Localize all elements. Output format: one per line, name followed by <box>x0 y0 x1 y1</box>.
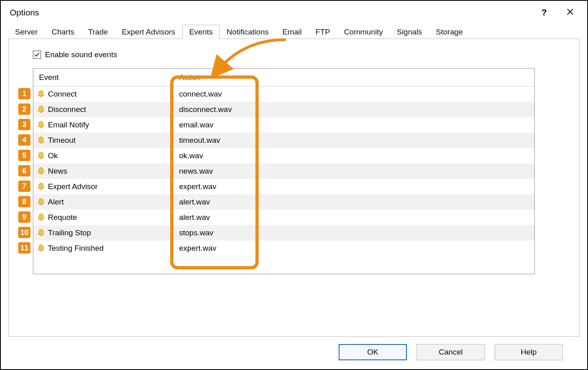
tab-expert-advisors[interactable]: Expert Advisors <box>115 25 182 39</box>
bell-icon <box>37 198 45 206</box>
row-number-badge: 9 <box>18 211 30 223</box>
event-cell: Trailing Stop <box>33 228 173 237</box>
action-cell: news.wav <box>173 167 534 176</box>
help-button-bottom[interactable]: Help <box>495 344 563 360</box>
enable-sound-checkbox[interactable] <box>33 51 41 59</box>
tab-charts[interactable]: Charts <box>45 25 81 39</box>
tab-trade[interactable]: Trade <box>81 25 115 39</box>
bell-icon <box>37 152 45 160</box>
bell-icon <box>37 136 45 144</box>
tab-ftp[interactable]: FTP <box>309 25 337 39</box>
bell-icon <box>37 244 45 252</box>
event-name: Requote <box>48 213 77 222</box>
action-cell: alert.wav <box>173 198 534 207</box>
close-icon <box>566 8 574 17</box>
bell-icon <box>37 121 45 129</box>
event-cell: Expert Advisor <box>33 182 173 191</box>
action-cell: stops.wav <box>173 228 534 237</box>
row-number-badge: 4 <box>18 134 30 146</box>
row-number-badge: 7 <box>18 181 30 192</box>
tab-signals[interactable]: Signals <box>390 25 429 39</box>
bell-icon <box>37 183 45 191</box>
event-name: Trailing Stop <box>48 228 91 237</box>
action-cell: expert.wav <box>173 244 534 253</box>
event-row[interactable]: Timeouttimeout.wav <box>33 133 534 148</box>
dialog-button-row: OK Cancel Help <box>1 337 587 369</box>
event-name: Expert Advisor <box>48 182 98 191</box>
action-cell: expert.wav <box>173 182 534 191</box>
grid-empty-space <box>33 256 534 274</box>
event-row[interactable]: Trailing Stopstops.wav <box>33 225 534 241</box>
tab-email[interactable]: Email <box>275 25 309 39</box>
event-row[interactable]: Okok.wav <box>33 148 534 163</box>
tab-server[interactable]: Server <box>8 25 45 39</box>
enable-sound-label: Enable sound events <box>45 50 117 59</box>
tab-events[interactable]: Events <box>182 25 220 39</box>
event-row[interactable]: Alertalert.wav <box>33 194 534 210</box>
event-row[interactable]: Email Notifyemail.wav <box>33 117 534 133</box>
checkmark-icon <box>34 52 40 58</box>
event-row[interactable]: Connectconnect.wav <box>33 86 534 102</box>
events-tab-body: Enable sound events Event Action Connect… <box>8 39 580 337</box>
tab-bar: ServerChartsTradeExpert AdvisorsEventsNo… <box>1 24 587 39</box>
tab-community[interactable]: Community <box>337 25 390 39</box>
close-button[interactable] <box>560 5 581 20</box>
event-name: Disconnect <box>48 105 86 114</box>
event-name: Email Notify <box>48 120 89 129</box>
cancel-button[interactable]: Cancel <box>417 344 485 360</box>
event-cell: Email Notify <box>33 120 173 129</box>
bell-icon <box>37 105 45 114</box>
action-cell: email.wav <box>173 120 534 129</box>
tab-storage[interactable]: Storage <box>429 25 470 39</box>
column-header-event[interactable]: Event <box>33 69 173 86</box>
action-cell: timeout.wav <box>173 136 534 145</box>
row-number-badge: 1 <box>18 88 30 99</box>
action-cell: connect.wav <box>173 90 534 99</box>
grid-header: Event Action <box>33 69 534 86</box>
event-name: Alert <box>48 198 64 207</box>
action-cell: ok.wav <box>173 151 534 160</box>
row-number-badge: 8 <box>18 196 30 207</box>
events-grid: Event Action Connectconnect.wavDisconnec… <box>33 68 535 274</box>
titlebar: Options ? <box>1 1 587 24</box>
event-name: News <box>48 167 67 176</box>
event-cell: Connect <box>33 90 173 99</box>
row-number-badge: 6 <box>18 165 30 176</box>
row-number-badge: 3 <box>18 119 30 130</box>
tab-notifications[interactable]: Notifications <box>220 25 276 39</box>
event-cell: Testing Finished <box>33 244 173 253</box>
event-cell: Alert <box>33 198 173 207</box>
event-name: Connect <box>48 90 77 99</box>
row-number-badge: 2 <box>18 103 30 115</box>
event-name: Ok <box>48 151 58 160</box>
event-row[interactable]: Expert Advisorexpert.wav <box>33 179 534 194</box>
action-cell: alert.wav <box>173 213 534 222</box>
event-row[interactable]: Testing Finishedexpert.wav <box>33 241 534 256</box>
action-cell: disconnect.wav <box>173 105 534 114</box>
help-button[interactable]: ? <box>534 5 555 20</box>
window-title: Options <box>10 8 39 17</box>
row-number-badge: 5 <box>18 150 30 161</box>
event-cell: News <box>33 167 173 176</box>
event-name: Timeout <box>48 136 76 145</box>
row-number-badge: 11 <box>18 242 30 254</box>
bell-icon <box>37 167 45 175</box>
events-grid-wrap: Event Action Connectconnect.wavDisconnec… <box>33 68 535 274</box>
event-row[interactable]: Disconnectdisconnect.wav <box>33 102 534 117</box>
event-row[interactable]: Newsnews.wav <box>33 163 534 179</box>
bell-icon <box>37 229 45 237</box>
event-cell: Disconnect <box>33 105 173 114</box>
ok-button[interactable]: OK <box>339 344 407 360</box>
event-cell: Requote <box>33 213 173 222</box>
enable-sound-row: Enable sound events <box>33 50 579 59</box>
bell-icon <box>37 213 45 222</box>
options-dialog: Options ? ServerChartsTradeExpert Adviso… <box>0 0 588 370</box>
row-number-badge: 10 <box>18 227 30 238</box>
event-cell: Timeout <box>33 136 173 145</box>
event-row[interactable]: Requotealert.wav <box>33 210 534 225</box>
bell-icon <box>37 90 45 98</box>
column-header-action[interactable]: Action <box>173 69 534 86</box>
help-icon: ? <box>541 7 547 18</box>
event-cell: Ok <box>33 151 173 160</box>
event-name: Testing Finished <box>48 244 104 253</box>
